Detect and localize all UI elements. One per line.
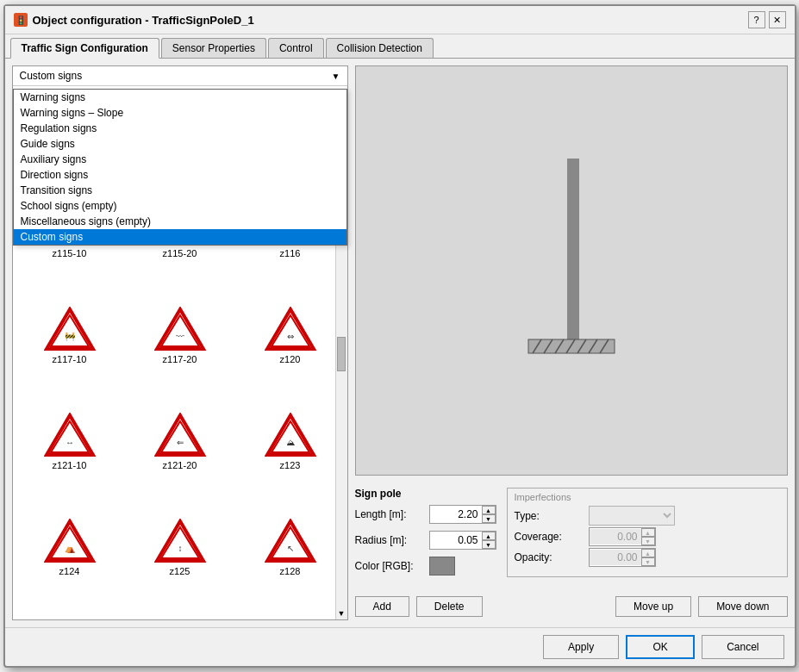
scroll-thumb[interactable] [337,337,346,371]
chevron-down-icon: ▼ [332,72,340,81]
dropdown-option-transition[interactable]: Transition signs [14,183,346,198]
delete-button[interactable]: Delete [416,596,483,617]
radius-spinner: 0.05 ▲ ▼ [429,531,496,550]
pole-preview-svg [477,150,666,391]
sign-label-z115-10: z115-10 [53,248,87,258]
sign-icon-z121-10: ↔ [41,411,97,458]
sign-item-z125[interactable]: ↕ z125 [130,517,230,613]
sign-item-z117-20[interactable]: 〰 z117-20 [130,305,230,401]
titlebar-left: 🚦 Object configuration - TrafficSignPole… [14,13,254,27]
help-button[interactable]: ? [748,11,765,28]
titlebar: 🚦 Object configuration - TrafficSignPole… [5,6,795,34]
sign-category-dropdown[interactable]: Custom signs ▼ [13,66,347,86]
imperfections-group: Imperfections Type: Coverage: 0.00 ▲ [507,488,788,577]
color-row: Color [RGB]: [355,557,496,576]
sign-label-z115-20: z115-20 [163,248,197,258]
sign-item-z123[interactable]: ⛰ z123 [240,411,340,507]
imperfections-legend: Imperfections [515,492,780,502]
length-spin-buttons: ▲ ▼ [482,506,496,523]
sign-label-z123: z123 [280,460,301,470]
radius-input[interactable]: 0.05 [430,532,482,548]
dropdown-selected-label: Custom signs [20,70,83,82]
svg-text:⛺: ⛺ [65,543,76,554]
length-down-btn[interactable]: ▼ [482,514,496,523]
scroll-down-btn[interactable]: ▼ [338,609,346,618]
opacity-down-btn: ▼ [641,557,655,566]
dropdown-list: Warning signs Warning signs – Slope Regu… [13,89,347,246]
svg-text:⛰: ⛰ [286,438,295,447]
move-up-button[interactable]: Move up [615,596,691,617]
dialog-title: Object configuration - TrafficSignPoleD_… [33,14,254,27]
sign-item-z121-10[interactable]: ↔ z121-10 [20,411,120,507]
radius-label: Radius [m]: [355,534,424,546]
main-content: Custom signs ▼ Warning signs Warning sig… [5,59,795,627]
close-button[interactable]: ✕ [769,11,786,28]
svg-text:↔: ↔ [66,438,74,447]
coverage-row: Coverage: 0.00 ▲ ▼ [515,527,780,546]
type-row: Type: [515,506,780,526]
dropdown-option-regulation[interactable]: Regulation signs [14,121,346,136]
tab-control[interactable]: Control [268,38,324,58]
opacity-input: 0.00 [590,550,641,565]
sign-item-z128[interactable]: ↖ z128 [240,517,340,613]
sign-item-z120[interactable]: ⇔ z120 [240,305,340,401]
move-down-button[interactable]: Move down [698,596,787,617]
sign-icon-z117-10: 🚧 [41,305,97,352]
sign-item-z124[interactable]: ⛺ z124 [20,517,120,613]
svg-text:↖: ↖ [287,544,294,553]
dropdown-option-custom[interactable]: Custom signs [14,229,346,245]
sign-label-z117-10: z117-10 [53,354,87,364]
color-label: Color [RGB]: [355,560,424,572]
sign-icon-z121-20: ⇐ [152,411,208,458]
type-label: Type: [515,510,584,522]
add-button[interactable]: Add [355,596,409,617]
dropdown-option-miscellaneous[interactable]: Miscellaneous signs (empty) [14,214,346,229]
type-select[interactable] [589,506,675,526]
dropdown-option-warning-signs[interactable]: Warning signs [14,90,346,105]
sign-icon-z128: ↖ [262,517,318,564]
opacity-label: Opacity: [515,551,584,563]
sign-icon-z120: ⇔ [262,305,318,352]
ok-button[interactable]: OK [626,635,695,659]
apply-button[interactable]: Apply [543,635,619,659]
tab-collision-detection[interactable]: Collision Detection [326,38,434,58]
length-input[interactable]: 2.20 [430,507,482,522]
sign-item-z117-10[interactable]: 🚧 z117-10 [20,305,120,401]
cancel-button[interactable]: Cancel [702,635,783,659]
sign-icon-z117-20: 〰 [152,305,208,352]
dialog: 🚦 Object configuration - TrafficSignPole… [3,4,796,668]
tab-sensor-properties[interactable]: Sensor Properties [161,38,266,58]
sign-label-z125: z125 [170,566,190,576]
sign-item-z121-20[interactable]: ⇐ z121-20 [130,411,230,507]
preview-area [355,65,788,476]
dropdown-option-direction[interactable]: Direction signs [14,167,346,183]
left-panel: Custom signs ▼ Warning signs Warning sig… [12,65,348,620]
radius-up-btn[interactable]: ▲ [482,532,496,540]
dropdown-option-guide[interactable]: Guide signs [14,136,346,152]
sign-label-z117-20: z117-20 [163,354,197,364]
radius-spin-buttons: ▲ ▼ [482,532,496,549]
coverage-spin-buttons: ▲ ▼ [641,528,655,545]
action-buttons-area: Add Delete Move up Move down [355,593,788,620]
dropdown-option-warning-slope[interactable]: Warning signs – Slope [14,105,346,121]
length-spinner: 2.20 ▲ ▼ [429,505,496,524]
sign-icon-z123: ⛰ [262,411,318,458]
dropdown-option-auxiliary[interactable]: Auxiliary signs [14,152,346,167]
sign-label-z128: z128 [280,566,301,576]
sign-category-dropdown-container: Custom signs ▼ Warning signs Warning sig… [13,66,347,86]
coverage-down-btn: ▼ [641,537,655,545]
tab-traffic-sign-configuration[interactable]: Traffic Sign Configuration [10,38,159,59]
length-label: Length [m]: [355,508,424,520]
color-picker[interactable] [429,557,455,576]
sign-label-z121-20: z121-20 [163,460,197,470]
right-panel: Sign pole Length [m]: 2.20 ▲ ▼ Radius [ [355,65,788,620]
titlebar-controls: ? ✕ [748,11,786,28]
dropdown-option-school[interactable]: School signs (empty) [14,198,346,214]
coverage-spinner: 0.00 ▲ ▼ [589,527,656,546]
app-icon: 🚦 [14,13,28,27]
sign-icon-z124: ⛺ [41,517,97,564]
sign-label-z116: z116 [280,248,301,258]
length-up-btn[interactable]: ▲ [482,506,496,514]
opacity-spin-buttons: ▲ ▼ [641,549,655,566]
radius-down-btn[interactable]: ▼ [482,540,496,549]
